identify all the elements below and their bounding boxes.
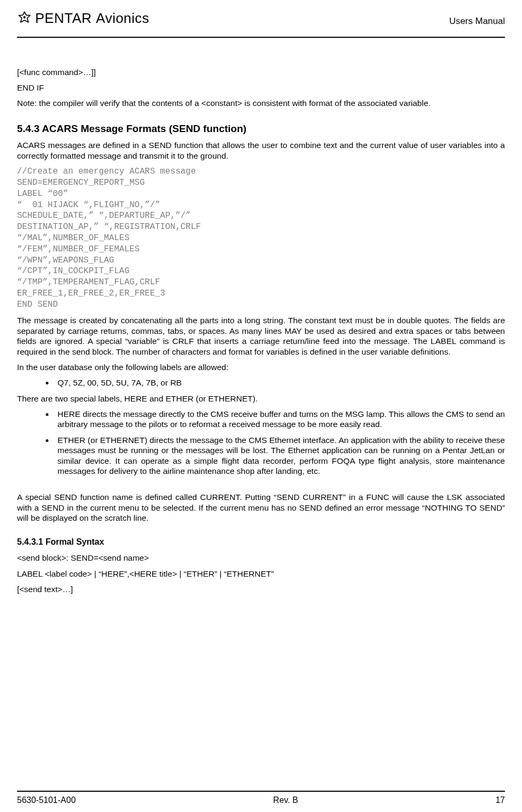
page-header: PENTAR Avionics Users Manual xyxy=(17,10,505,38)
intro-line-1: [<func command>…]] xyxy=(17,67,505,77)
brand-name: PENTAR Avionics xyxy=(35,10,150,27)
special-labels-list: HERE directs the message directly to the… xyxy=(17,409,505,476)
syntax-line-2: LABEL <label code> | “HERE”,<HERE title>… xyxy=(17,569,505,579)
svg-point-0 xyxy=(23,17,26,19)
here-bullet: HERE directs the message directly to the… xyxy=(54,409,505,430)
ether-bullet: ETHER (or ETHERNET) directs the message … xyxy=(54,435,505,477)
acars-code-block: //Create an emergency ACARS message SEND… xyxy=(17,166,505,310)
brand-logo-icon xyxy=(17,11,32,26)
section-543-para2: The message is created by concatenating … xyxy=(17,315,505,357)
footer-doc-number: 5630-5101-A00 xyxy=(17,795,76,806)
syntax-line-3: [<send text>…] xyxy=(17,584,505,594)
intro-line-2: END IF xyxy=(17,83,505,93)
section-543-heading: 5.4.3 ACARS Message Formats (SEND functi… xyxy=(17,122,505,135)
page-container: PENTAR Avionics Users Manual [<func comm… xyxy=(0,0,522,812)
labels-list: Q7, 5Z, 00, 5D, 5U, 7A, 7B, or RB xyxy=(17,378,505,388)
section-5431-heading: 5.4.3.1 Formal Syntax xyxy=(17,537,505,547)
section-543-para3: In the user database only the following … xyxy=(17,362,505,372)
footer-revision: Rev. B xyxy=(273,795,298,806)
section-543-para1: ACARS messages are defined in a SEND fun… xyxy=(17,140,505,161)
brand-text-main: PENTAR xyxy=(35,10,92,26)
doc-title: Users Manual xyxy=(449,15,505,27)
intro-note: Note: the compiler will verify that the … xyxy=(17,98,505,108)
syntax-line-1: <send block>: SEND=<send name> xyxy=(17,553,505,563)
footer-page-number: 17 xyxy=(495,795,505,806)
labels-bullet: Q7, 5Z, 00, 5D, 5U, 7A, 7B, or RB xyxy=(54,378,505,388)
brand-text-suffix: Avionics xyxy=(96,10,149,26)
page-footer: 5630-5101-A00 Rev. B 17 xyxy=(17,791,505,806)
section-543-para5: A special SEND function name is defined … xyxy=(17,492,505,523)
brand: PENTAR Avionics xyxy=(17,10,150,27)
section-543-para4: There are two special labels, HERE and E… xyxy=(17,393,505,404)
